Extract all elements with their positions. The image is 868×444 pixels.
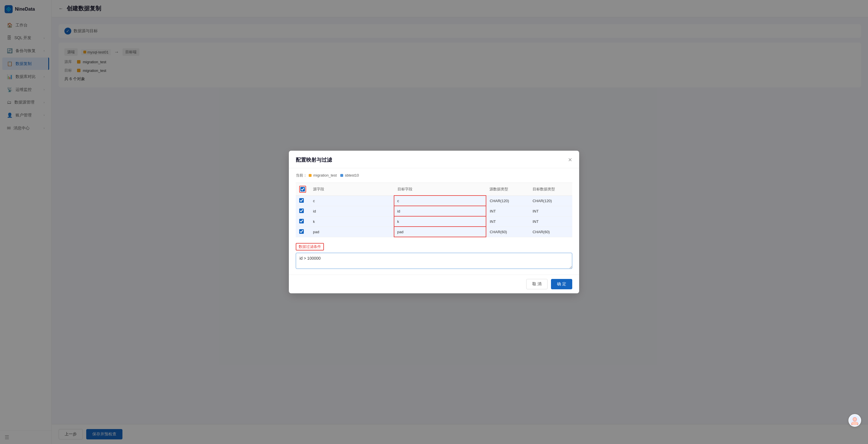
row-checkbox-0[interactable]: [299, 198, 304, 203]
table-body: c CHAR(120) CHAR(120) id INT INT k: [296, 196, 572, 237]
close-button[interactable]: ✕: [568, 157, 572, 162]
table-row: id INT INT: [296, 206, 572, 216]
table-row: c CHAR(120) CHAR(120): [296, 196, 572, 206]
current-source-icon: [309, 174, 312, 177]
confirm-button[interactable]: 确 定: [551, 279, 572, 289]
current-target-db: sbtest10: [345, 173, 359, 177]
select-all-checkbox[interactable]: [300, 187, 305, 191]
header-checkbox-cell: [296, 183, 310, 196]
dialog-title: 配置映射与过滤: [296, 156, 332, 163]
source-field-cell-3: pad: [310, 227, 394, 237]
cancel-button[interactable]: 取 消: [526, 279, 548, 289]
target-field-input-0[interactable]: [394, 197, 486, 205]
row-checkbox-cell-3: [296, 227, 310, 237]
source-type-header: 源数据类型: [486, 183, 529, 196]
target-field-cell-1: [394, 206, 486, 216]
svg-point-3: [853, 418, 857, 421]
table-row: pad CHAR(60) CHAR(60): [296, 227, 572, 237]
target-type-cell-1: INT: [529, 206, 572, 216]
row-checkbox-1[interactable]: [299, 208, 304, 213]
source-type-cell-0: CHAR(120): [486, 196, 529, 206]
dialog-header: 配置映射与过滤 ✕: [289, 151, 579, 168]
target-field-input-2[interactable]: [394, 218, 486, 226]
filter-section-label: 数据过滤条件: [296, 243, 324, 250]
modal-overlay: 配置映射与过滤 ✕ 当前： migration_test sbtest10: [0, 0, 868, 444]
target-type-header: 目标数据类型: [529, 183, 572, 196]
avatar-icon: [850, 416, 859, 425]
row-checkbox-2[interactable]: [299, 219, 304, 224]
current-label: 当前： migration_test sbtest10: [296, 173, 572, 178]
target-field-cell-0: [394, 196, 486, 206]
current-text: 当前：: [296, 173, 307, 178]
target-type-cell-2: INT: [529, 216, 572, 227]
target-field-cell-2: [394, 216, 486, 227]
row-checkbox-3[interactable]: [299, 229, 304, 234]
target-field-header: 目标字段: [394, 183, 486, 196]
avatar-bubble[interactable]: [848, 414, 861, 427]
filter-section: 数据过滤条件: [296, 243, 572, 270]
row-checkbox-cell-1: [296, 206, 310, 216]
source-type-cell-2: INT: [486, 216, 529, 227]
source-type-cell-1: INT: [486, 206, 529, 216]
source-type-cell-3: CHAR(60): [486, 227, 529, 237]
header-checkbox-wrap[interactable]: [299, 186, 306, 193]
target-field-cell-3: [394, 227, 486, 237]
mapping-table: 源字段 目标字段 源数据类型 目标数据类型 c CHAR(120) CHAR(1…: [296, 183, 572, 238]
dialog-footer: 取 消 确 定: [289, 275, 579, 293]
source-field-cell-0: c: [310, 196, 394, 206]
current-target-icon: [340, 174, 343, 177]
current-source-db: migration_test: [313, 173, 337, 177]
source-field-header: 源字段: [310, 183, 394, 196]
dialog-body: 当前： migration_test sbtest10 源字段: [289, 168, 579, 275]
dialog: 配置映射与过滤 ✕ 当前： migration_test sbtest10: [289, 151, 579, 294]
target-type-cell-3: CHAR(60): [529, 227, 572, 237]
target-field-input-3[interactable]: [394, 228, 486, 236]
source-field-cell-2: k: [310, 216, 394, 227]
table-header-row: 源字段 目标字段 源数据类型 目标数据类型: [296, 183, 572, 196]
filter-input[interactable]: [296, 253, 572, 269]
source-field-cell-1: id: [310, 206, 394, 216]
svg-point-4: [851, 421, 858, 425]
target-field-input-1[interactable]: [394, 207, 486, 215]
target-type-cell-0: CHAR(120): [529, 196, 572, 206]
table-head: 源字段 目标字段 源数据类型 目标数据类型: [296, 183, 572, 196]
row-checkbox-cell-2: [296, 216, 310, 227]
table-row: k INT INT: [296, 216, 572, 227]
row-checkbox-cell-0: [296, 196, 310, 206]
